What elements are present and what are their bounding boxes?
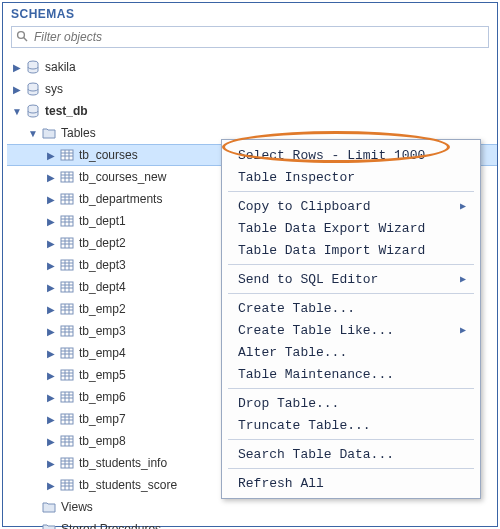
svg-rect-45 — [61, 326, 73, 336]
search-icon — [16, 30, 28, 44]
folder-label: Stored Procedures — [59, 522, 161, 529]
svg-rect-60 — [61, 392, 73, 402]
svg-rect-10 — [61, 172, 73, 182]
expand-icon[interactable]: ▶ — [45, 348, 57, 359]
menu-export-wizard[interactable]: Table Data Export Wizard — [222, 217, 480, 239]
table-label: tb_courses — [77, 148, 138, 162]
db-sys[interactable]: ▶ sys — [7, 78, 497, 100]
table-label: tb_dept3 — [77, 258, 126, 272]
menu-truncate-table[interactable]: Truncate Table... — [222, 414, 480, 436]
folder-icon — [41, 523, 57, 529]
table-label: tb_students_score — [77, 478, 177, 492]
expand-icon[interactable]: ▶ — [45, 238, 57, 249]
menu-label: Copy to Clipboard — [238, 199, 371, 214]
menu-label: Search Table Data... — [238, 447, 394, 462]
filter-box[interactable] — [11, 26, 489, 48]
svg-rect-80 — [61, 480, 73, 490]
expand-icon[interactable]: ▶ — [45, 458, 57, 469]
menu-label: Create Table Like... — [238, 323, 394, 338]
expand-icon[interactable]: ▶ — [45, 436, 57, 447]
collapse-icon[interactable]: ▼ — [27, 128, 39, 139]
svg-point-0 — [18, 32, 25, 39]
expand-icon[interactable]: ▶ — [45, 370, 57, 381]
submenu-arrow-icon: ▶ — [460, 324, 466, 336]
views-folder[interactable]: Views — [7, 496, 497, 518]
menu-table-inspector[interactable]: Table Inspector — [222, 166, 480, 188]
expand-icon[interactable]: ▶ — [11, 84, 23, 95]
panel-title: SCHEMAS — [3, 3, 497, 23]
database-icon — [25, 82, 41, 96]
menu-create-table[interactable]: Create Table... — [222, 297, 480, 319]
expand-icon[interactable]: ▶ — [45, 260, 57, 271]
table-label: tb_dept2 — [77, 236, 126, 250]
table-label: tb_emp4 — [77, 346, 126, 360]
menu-import-wizard[interactable]: Table Data Import Wizard — [222, 239, 480, 261]
collapse-icon[interactable]: ▼ — [11, 106, 23, 117]
menu-label: Table Data Export Wizard — [238, 221, 425, 236]
table-label: tb_dept1 — [77, 214, 126, 228]
menu-label: Table Inspector — [238, 170, 355, 185]
table-label: tb_emp7 — [77, 412, 126, 426]
menu-label: Refresh All — [238, 476, 324, 491]
table-icon — [59, 215, 75, 227]
menu-send-sql[interactable]: Send to SQL Editor▶ — [222, 268, 480, 290]
svg-rect-50 — [61, 348, 73, 358]
expand-icon[interactable]: ▶ — [45, 172, 57, 183]
stored-procedures-folder[interactable]: Stored Procedures — [7, 518, 497, 529]
expand-icon[interactable]: ▶ — [11, 62, 23, 73]
folder-icon — [41, 127, 57, 139]
submenu-arrow-icon: ▶ — [460, 200, 466, 212]
table-icon — [59, 171, 75, 183]
db-label: sakila — [43, 60, 76, 74]
table-icon — [59, 325, 75, 337]
db-test-db[interactable]: ▼ test_db — [7, 100, 497, 122]
expand-icon[interactable]: ▶ — [45, 414, 57, 425]
expand-icon[interactable]: ▶ — [45, 326, 57, 337]
menu-search-table-data[interactable]: Search Table Data... — [222, 443, 480, 465]
table-icon — [59, 149, 75, 161]
table-label: tb_departments — [77, 192, 162, 206]
table-icon — [59, 259, 75, 271]
menu-copy-clipboard[interactable]: Copy to Clipboard▶ — [222, 195, 480, 217]
menu-label: Alter Table... — [238, 345, 347, 360]
submenu-arrow-icon: ▶ — [460, 273, 466, 285]
svg-rect-70 — [61, 436, 73, 446]
expand-icon[interactable]: ▶ — [45, 216, 57, 227]
svg-rect-20 — [61, 216, 73, 226]
db-sakila[interactable]: ▶ sakila — [7, 56, 497, 78]
menu-separator — [228, 439, 474, 440]
expand-icon[interactable]: ▶ — [45, 304, 57, 315]
menu-select-rows[interactable]: Select Rows - Limit 1000 — [222, 144, 480, 166]
svg-rect-40 — [61, 304, 73, 314]
menu-table-maintenance[interactable]: Table Maintenance... — [222, 363, 480, 385]
db-label: sys — [43, 82, 63, 96]
db-label: test_db — [43, 104, 88, 118]
filter-input[interactable] — [32, 28, 484, 46]
table-icon — [59, 457, 75, 469]
expand-icon[interactable]: ▶ — [45, 282, 57, 293]
menu-label: Truncate Table... — [238, 418, 371, 433]
schemas-panel: SCHEMAS ▶ sakila ▶ sys ▼ — [2, 2, 498, 527]
menu-create-table-like[interactable]: Create Table Like...▶ — [222, 319, 480, 341]
folder-label: Tables — [59, 126, 96, 140]
menu-alter-table[interactable]: Alter Table... — [222, 341, 480, 363]
menu-separator — [228, 468, 474, 469]
menu-label: Create Table... — [238, 301, 355, 316]
expand-icon[interactable]: ▶ — [45, 392, 57, 403]
table-icon — [59, 281, 75, 293]
table-label: tb_emp2 — [77, 302, 126, 316]
svg-rect-5 — [61, 150, 73, 160]
menu-separator — [228, 388, 474, 389]
table-icon — [59, 347, 75, 359]
menu-refresh-all[interactable]: Refresh All — [222, 472, 480, 494]
menu-label: Send to SQL Editor — [238, 272, 378, 287]
svg-rect-30 — [61, 260, 73, 270]
expand-icon[interactable]: ▶ — [45, 194, 57, 205]
folder-label: Views — [59, 500, 93, 514]
expand-icon[interactable]: ▶ — [45, 480, 57, 491]
svg-rect-35 — [61, 282, 73, 292]
table-icon — [59, 435, 75, 447]
svg-line-1 — [24, 38, 27, 41]
expand-icon[interactable]: ▶ — [45, 150, 57, 161]
menu-drop-table[interactable]: Drop Table... — [222, 392, 480, 414]
